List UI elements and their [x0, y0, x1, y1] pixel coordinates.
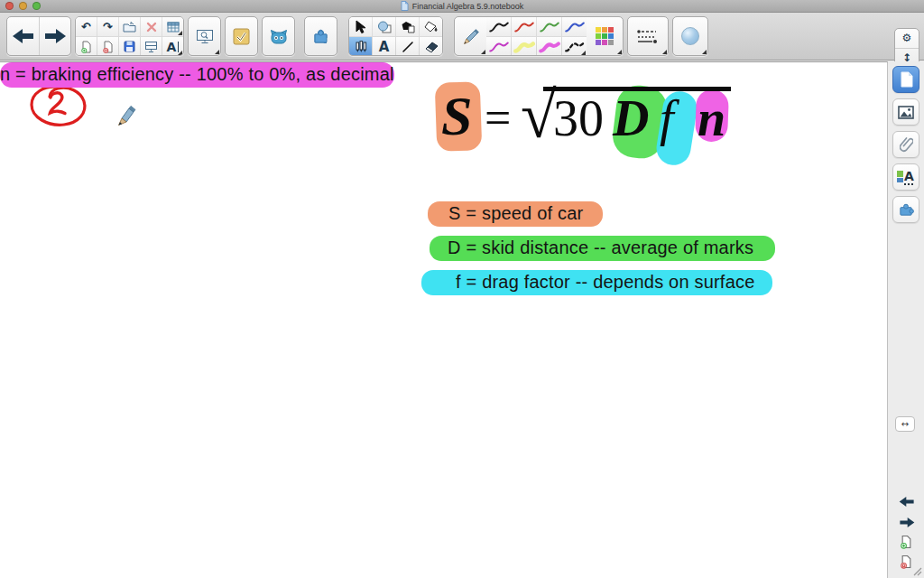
response-group — [225, 16, 258, 56]
forward-arrow-icon — [899, 517, 915, 528]
pen-style-black[interactable] — [486, 17, 511, 36]
legend-row-skid-distance[interactable]: D = skid distance -- average of marks — [430, 236, 775, 261]
orb-icon — [681, 27, 699, 45]
monster-icon — [270, 29, 288, 44]
yellow-highlighter-icon — [513, 40, 535, 54]
capture-group — [188, 16, 221, 56]
magenta-stroke-icon — [488, 40, 510, 54]
next-page-button[interactable] — [39, 17, 70, 55]
add-ons-button[interactable] — [305, 17, 337, 55]
back-arrow-icon — [12, 28, 35, 44]
properties-icon: A — [897, 169, 915, 185]
letter-a-glyph: A — [904, 169, 914, 183]
legend-text: S = speed of car — [448, 203, 583, 223]
document-icon — [401, 1, 409, 11]
pen-style-magenta[interactable] — [486, 37, 511, 56]
gallery-tab[interactable] — [892, 98, 919, 126]
formula-var-d: D — [613, 89, 649, 147]
screen-capture-button[interactable] — [189, 17, 220, 55]
black-stroke-icon — [488, 20, 510, 34]
line-style-icon — [636, 29, 660, 43]
gallery-picture-icon — [898, 106, 914, 119]
delete-page-button[interactable] — [97, 37, 118, 56]
add-page-button-side[interactable] — [901, 535, 912, 549]
smart-ink-button[interactable] — [673, 17, 707, 55]
legend-row-speed[interactable]: S = speed of car — [428, 201, 603, 227]
pen-style-green[interactable] — [537, 17, 561, 36]
legend-row-drag-factor[interactable]: f = drag factor -- depends on surface — [421, 270, 772, 295]
response-button[interactable] — [226, 17, 257, 55]
formula-var-f: f — [660, 89, 674, 147]
color-palette-button[interactable] — [587, 17, 623, 55]
page-nav-group — [6, 16, 71, 56]
line-tool[interactable] — [396, 37, 419, 56]
file-edit-group: ↶ ↷ — [75, 16, 184, 56]
notebook-page-canvas[interactable]: S = √ 30 D f n S = speed of car D = skid… — [0, 61, 888, 578]
window-title: Financial Algebra 5.9.notebook — [412, 0, 524, 13]
new-page-icon — [901, 535, 912, 549]
polygon-tool[interactable] — [396, 17, 419, 36]
settings-button[interactable]: ⚙ — [895, 29, 919, 48]
collapse-panel-button[interactable]: ↔ — [895, 416, 915, 432]
eraser-tool[interactable] — [420, 37, 442, 56]
page-sorter-tab[interactable] — [892, 66, 919, 93]
legend-row-braking-efficiency[interactable]: n = braking efficiency -- 100% to 0%, as… — [0, 62, 394, 88]
fill-tool[interactable] — [420, 17, 442, 36]
title-bar: Financial Algebra 5.9.notebook — [0, 0, 924, 13]
open-file-button[interactable] — [119, 17, 140, 36]
pencil-cursor-icon — [115, 104, 136, 127]
save-button[interactable] — [119, 37, 140, 56]
window-resize-grip[interactable] — [912, 566, 922, 576]
redo-button[interactable]: ↷ — [97, 17, 118, 36]
delete-button[interactable] — [141, 17, 162, 36]
select-tool[interactable] — [349, 17, 372, 36]
insert-table-button[interactable] — [162, 17, 183, 36]
formula-object[interactable]: S = √ 30 D f n — [434, 77, 746, 171]
puzzle-piece-icon — [312, 28, 329, 45]
shapes-tool[interactable] — [373, 17, 395, 36]
line-icon — [402, 41, 414, 53]
properties-tab[interactable]: A — [892, 163, 919, 191]
horizontal-collapse-icon: ↔ — [901, 419, 909, 429]
pen-style-grid — [486, 17, 587, 55]
shapes-icon — [377, 21, 392, 33]
pen-style-blue[interactable] — [562, 17, 587, 36]
text-style-button[interactable]: A — [162, 37, 183, 56]
addons-tab[interactable] — [892, 196, 919, 223]
pen-style-yellow-highlighter[interactable] — [512, 37, 536, 56]
pencil-icon — [461, 26, 481, 46]
pens-tool[interactable] — [349, 37, 372, 56]
table-icon — [167, 22, 180, 33]
app-window: { "window": { "title": "Financial Algebr… — [0, 0, 924, 578]
save-floppy-icon — [124, 41, 135, 52]
window-title-area: Financial Algebra 5.9.notebook — [0, 0, 924, 13]
screen-capture-icon — [196, 29, 214, 44]
screen-shade-button[interactable] — [141, 37, 162, 56]
undo-icon: ↶ — [81, 20, 91, 33]
pen-style-red[interactable] — [512, 17, 536, 36]
formula-equals: = — [485, 91, 511, 144]
text-tool[interactable]: A — [373, 37, 395, 56]
pen-style-pink-marker[interactable] — [537, 37, 561, 56]
delete-page-button-side[interactable] — [901, 555, 912, 569]
pencil-button[interactable] — [455, 17, 486, 55]
attachments-tab[interactable] — [892, 131, 919, 158]
paint-bucket-icon — [424, 20, 439, 33]
previous-page-button[interactable] — [7, 17, 39, 55]
line-properties-button[interactable] — [628, 17, 668, 55]
smart-lab-button[interactable] — [263, 17, 294, 55]
ink-annotation-circled-2[interactable] — [25, 82, 94, 129]
text-tool-icon: A — [379, 39, 390, 55]
tools-group: A — [348, 16, 443, 56]
pen-style-dashed[interactable] — [562, 37, 587, 56]
undo-button[interactable]: ↶ — [76, 17, 97, 36]
redo-icon: ↷ — [103, 20, 113, 33]
formula-coefficient: 30 — [553, 89, 604, 147]
remove-page-icon — [901, 555, 912, 569]
add-page-button[interactable] — [76, 37, 97, 56]
remove-page-icon — [103, 41, 114, 53]
text-cursor-bar — [178, 42, 179, 52]
page-back-button[interactable] — [899, 496, 915, 508]
page-forward-button[interactable] — [899, 517, 915, 528]
addons-group — [304, 16, 337, 56]
